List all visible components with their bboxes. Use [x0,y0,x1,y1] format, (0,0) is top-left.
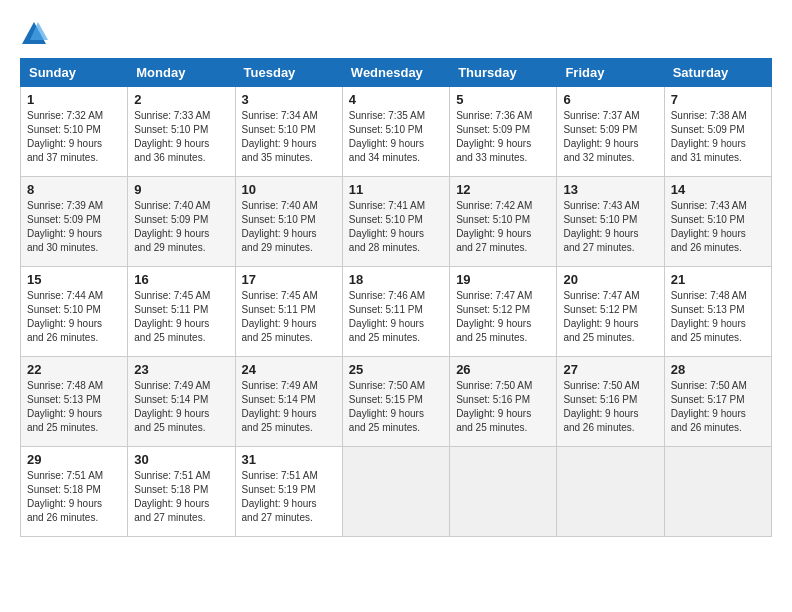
day-number: 2 [134,92,228,107]
weekday-thursday: Thursday [450,59,557,87]
day-info: Sunrise: 7:45 AM Sunset: 5:11 PM Dayligh… [242,289,336,345]
day-number: 20 [563,272,657,287]
day-number: 23 [134,362,228,377]
day-number: 25 [349,362,443,377]
calendar-cell [450,447,557,537]
day-number: 16 [134,272,228,287]
weekday-tuesday: Tuesday [235,59,342,87]
weekday-friday: Friday [557,59,664,87]
calendar-cell: 7Sunrise: 7:38 AM Sunset: 5:09 PM Daylig… [664,87,771,177]
logo-icon [20,20,48,48]
calendar-cell: 24Sunrise: 7:49 AM Sunset: 5:14 PM Dayli… [235,357,342,447]
calendar-cell: 10Sunrise: 7:40 AM Sunset: 5:10 PM Dayli… [235,177,342,267]
calendar-week-2: 8Sunrise: 7:39 AM Sunset: 5:09 PM Daylig… [21,177,772,267]
day-info: Sunrise: 7:49 AM Sunset: 5:14 PM Dayligh… [134,379,228,435]
day-info: Sunrise: 7:36 AM Sunset: 5:09 PM Dayligh… [456,109,550,165]
day-number: 19 [456,272,550,287]
day-info: Sunrise: 7:46 AM Sunset: 5:11 PM Dayligh… [349,289,443,345]
weekday-wednesday: Wednesday [342,59,449,87]
day-info: Sunrise: 7:42 AM Sunset: 5:10 PM Dayligh… [456,199,550,255]
day-number: 30 [134,452,228,467]
weekday-sunday: Sunday [21,59,128,87]
calendar-cell: 6Sunrise: 7:37 AM Sunset: 5:09 PM Daylig… [557,87,664,177]
day-info: Sunrise: 7:40 AM Sunset: 5:10 PM Dayligh… [242,199,336,255]
calendar-cell: 21Sunrise: 7:48 AM Sunset: 5:13 PM Dayli… [664,267,771,357]
day-number: 15 [27,272,121,287]
day-number: 31 [242,452,336,467]
day-number: 9 [134,182,228,197]
day-info: Sunrise: 7:45 AM Sunset: 5:11 PM Dayligh… [134,289,228,345]
day-number: 3 [242,92,336,107]
calendar-cell: 12Sunrise: 7:42 AM Sunset: 5:10 PM Dayli… [450,177,557,267]
day-number: 13 [563,182,657,197]
calendar-cell: 19Sunrise: 7:47 AM Sunset: 5:12 PM Dayli… [450,267,557,357]
calendar-cell: 14Sunrise: 7:43 AM Sunset: 5:10 PM Dayli… [664,177,771,267]
day-info: Sunrise: 7:47 AM Sunset: 5:12 PM Dayligh… [456,289,550,345]
day-info: Sunrise: 7:50 AM Sunset: 5:16 PM Dayligh… [456,379,550,435]
calendar-cell: 1Sunrise: 7:32 AM Sunset: 5:10 PM Daylig… [21,87,128,177]
calendar-cell: 29Sunrise: 7:51 AM Sunset: 5:18 PM Dayli… [21,447,128,537]
day-number: 1 [27,92,121,107]
day-info: Sunrise: 7:47 AM Sunset: 5:12 PM Dayligh… [563,289,657,345]
day-info: Sunrise: 7:34 AM Sunset: 5:10 PM Dayligh… [242,109,336,165]
calendar-cell [664,447,771,537]
header [20,20,772,48]
day-number: 4 [349,92,443,107]
logo [20,20,50,48]
day-info: Sunrise: 7:39 AM Sunset: 5:09 PM Dayligh… [27,199,121,255]
day-info: Sunrise: 7:41 AM Sunset: 5:10 PM Dayligh… [349,199,443,255]
day-info: Sunrise: 7:51 AM Sunset: 5:18 PM Dayligh… [27,469,121,525]
day-info: Sunrise: 7:33 AM Sunset: 5:10 PM Dayligh… [134,109,228,165]
day-info: Sunrise: 7:32 AM Sunset: 5:10 PM Dayligh… [27,109,121,165]
day-number: 6 [563,92,657,107]
day-info: Sunrise: 7:37 AM Sunset: 5:09 PM Dayligh… [563,109,657,165]
day-number: 14 [671,182,765,197]
calendar-cell: 2Sunrise: 7:33 AM Sunset: 5:10 PM Daylig… [128,87,235,177]
calendar-cell: 15Sunrise: 7:44 AM Sunset: 5:10 PM Dayli… [21,267,128,357]
day-number: 10 [242,182,336,197]
day-number: 12 [456,182,550,197]
calendar-cell [342,447,449,537]
calendar-cell: 22Sunrise: 7:48 AM Sunset: 5:13 PM Dayli… [21,357,128,447]
day-number: 27 [563,362,657,377]
calendar-cell: 3Sunrise: 7:34 AM Sunset: 5:10 PM Daylig… [235,87,342,177]
day-info: Sunrise: 7:43 AM Sunset: 5:10 PM Dayligh… [563,199,657,255]
day-info: Sunrise: 7:35 AM Sunset: 5:10 PM Dayligh… [349,109,443,165]
calendar-cell: 26Sunrise: 7:50 AM Sunset: 5:16 PM Dayli… [450,357,557,447]
day-number: 21 [671,272,765,287]
calendar-cell: 4Sunrise: 7:35 AM Sunset: 5:10 PM Daylig… [342,87,449,177]
calendar-cell: 9Sunrise: 7:40 AM Sunset: 5:09 PM Daylig… [128,177,235,267]
day-number: 24 [242,362,336,377]
day-info: Sunrise: 7:43 AM Sunset: 5:10 PM Dayligh… [671,199,765,255]
day-number: 11 [349,182,443,197]
calendar-week-1: 1Sunrise: 7:32 AM Sunset: 5:10 PM Daylig… [21,87,772,177]
day-number: 5 [456,92,550,107]
calendar-week-3: 15Sunrise: 7:44 AM Sunset: 5:10 PM Dayli… [21,267,772,357]
calendar-cell: 18Sunrise: 7:46 AM Sunset: 5:11 PM Dayli… [342,267,449,357]
calendar-cell: 28Sunrise: 7:50 AM Sunset: 5:17 PM Dayli… [664,357,771,447]
calendar-cell: 31Sunrise: 7:51 AM Sunset: 5:19 PM Dayli… [235,447,342,537]
day-info: Sunrise: 7:48 AM Sunset: 5:13 PM Dayligh… [671,289,765,345]
calendar-cell: 27Sunrise: 7:50 AM Sunset: 5:16 PM Dayli… [557,357,664,447]
day-info: Sunrise: 7:44 AM Sunset: 5:10 PM Dayligh… [27,289,121,345]
weekday-header: SundayMondayTuesdayWednesdayThursdayFrid… [21,59,772,87]
day-info: Sunrise: 7:48 AM Sunset: 5:13 PM Dayligh… [27,379,121,435]
day-number: 17 [242,272,336,287]
calendar-cell: 30Sunrise: 7:51 AM Sunset: 5:18 PM Dayli… [128,447,235,537]
day-number: 22 [27,362,121,377]
calendar-cell: 11Sunrise: 7:41 AM Sunset: 5:10 PM Dayli… [342,177,449,267]
calendar-body: 1Sunrise: 7:32 AM Sunset: 5:10 PM Daylig… [21,87,772,537]
calendar-week-5: 29Sunrise: 7:51 AM Sunset: 5:18 PM Dayli… [21,447,772,537]
day-info: Sunrise: 7:51 AM Sunset: 5:18 PM Dayligh… [134,469,228,525]
day-info: Sunrise: 7:50 AM Sunset: 5:15 PM Dayligh… [349,379,443,435]
day-info: Sunrise: 7:40 AM Sunset: 5:09 PM Dayligh… [134,199,228,255]
calendar-cell: 25Sunrise: 7:50 AM Sunset: 5:15 PM Dayli… [342,357,449,447]
calendar-cell: 23Sunrise: 7:49 AM Sunset: 5:14 PM Dayli… [128,357,235,447]
calendar-cell: 13Sunrise: 7:43 AM Sunset: 5:10 PM Dayli… [557,177,664,267]
day-info: Sunrise: 7:51 AM Sunset: 5:19 PM Dayligh… [242,469,336,525]
calendar-cell: 20Sunrise: 7:47 AM Sunset: 5:12 PM Dayli… [557,267,664,357]
day-info: Sunrise: 7:49 AM Sunset: 5:14 PM Dayligh… [242,379,336,435]
calendar-cell: 5Sunrise: 7:36 AM Sunset: 5:09 PM Daylig… [450,87,557,177]
calendar-cell: 16Sunrise: 7:45 AM Sunset: 5:11 PM Dayli… [128,267,235,357]
day-number: 28 [671,362,765,377]
